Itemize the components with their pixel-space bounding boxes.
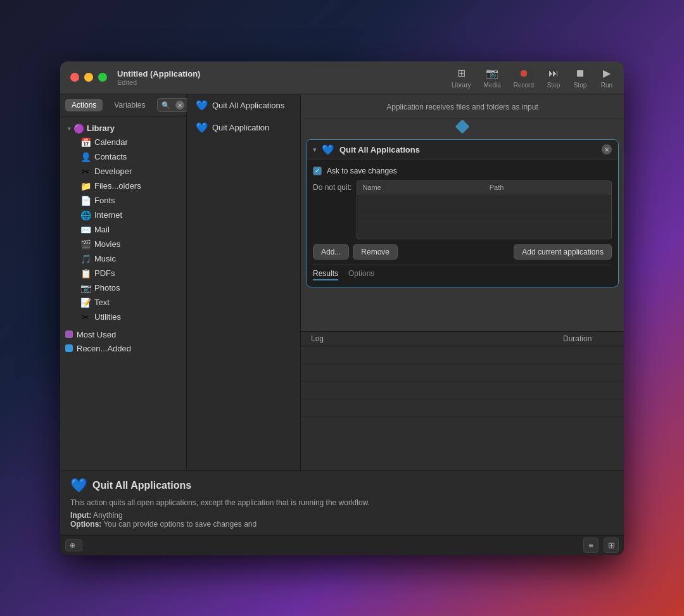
stop-label: Stop [574,82,587,89]
col-name: Name [357,181,484,194]
chevron-down-icon: ▾ [68,125,71,132]
sidebar-item-label: Files...olders [94,181,141,191]
sidebar-item-label: Text [94,298,110,307]
run-icon: ▶ [600,66,614,80]
run-label: Run [601,82,612,89]
card-title: Quit All Applications [339,145,597,154]
action-tabs: Results Options [313,265,612,280]
tab-variables[interactable]: Variables [108,99,151,111]
sidebar-item-most-used[interactable]: Most Used [60,328,186,341]
table-cell-path [484,194,611,208]
add-current-applications-button[interactable]: Add current applications [514,244,612,260]
traffic-lights [70,73,107,82]
internet-icon: 🌐 [80,210,91,220]
table-row [357,208,611,222]
sidebar-item-developer[interactable]: ✂ Developer [65,165,181,179]
window-subtitle: Edited [117,79,452,86]
ask-save-checkbox[interactable]: ✓ [313,167,322,175]
most-used-label: Most Used [77,330,116,339]
sidebar-item-music[interactable]: 🎵 Music [65,252,181,266]
sidebar-item-movies[interactable]: 🎬 Movies [65,237,181,251]
table-cell-name [357,208,484,222]
options-label: Options: [70,520,101,529]
utilities-icon: ✂ [80,312,91,322]
tab-options[interactable]: Options [348,269,374,280]
options-value: You can provide options to save changes … [103,520,256,529]
log-col-header: Log [311,334,563,343]
sidebar-item-utilities[interactable]: ✂ Utilities [65,310,181,324]
sidebar-toolbar: Actions Variables 🔍 ✕ [60,94,186,117]
quit-icon: 💙 [196,122,208,134]
add-button[interactable]: Add... [313,244,349,260]
card-close-button[interactable]: ✕ [602,144,612,154]
main-window: Untitled (Application) Edited ⊞ Library … [60,61,624,555]
table-body [357,194,611,239]
calendar-icon: 📅 [80,137,91,148]
titlebar: Untitled (Application) Edited ⊞ Library … [60,61,624,94]
toolbar-step[interactable]: ⏭ Step [547,66,560,89]
maximize-button[interactable] [98,73,107,82]
sidebar-item-label: Calendar [94,137,128,147]
record-icon: ⏺ [517,66,531,80]
tab-actions[interactable]: Actions [65,99,103,111]
media-label: Media [484,82,501,89]
plus-icon: ⊕ [70,541,75,550]
grid-view-button[interactable]: ⊞ [604,537,619,553]
library-section-label: Library [87,123,115,133]
files-icon: 📁 [80,181,91,191]
log-rows [301,346,624,470]
library-section-icon: 🟣 [73,123,84,134]
toolbar-library[interactable]: ⊞ Library [452,66,471,89]
sidebar-item-calendar[interactable]: 📅 Calendar [65,135,181,149]
dur-cell [573,405,624,410]
add-action-button[interactable]: ⊕ [65,539,82,551]
sidebar-item-internet[interactable]: 🌐 Internet [65,208,181,222]
fonts-icon: 📄 [80,196,91,206]
action-item-quit-all[interactable]: 💙 Quit All Applications [189,96,298,115]
pdfs-icon: 📋 [80,268,91,279]
info-panel-header: 💙 Quit All Applications [70,477,614,494]
action-item-quit[interactable]: 💙 Quit Application [189,118,298,137]
sidebar-item-contacts[interactable]: 👤 Contacts [65,150,181,164]
table-cell-path [484,222,611,236]
sidebar-library-section: ▾ 🟣 Library 📅 Calendar 👤 Contacts ✂ [60,120,186,327]
toolbar-record[interactable]: ⏺ Record [514,66,534,89]
toolbar-run[interactable]: ▶ Run [600,66,614,89]
sidebar-item-label: Contacts [94,152,127,161]
sidebar-item-pdfs[interactable]: 📋 PDFs [65,267,181,280]
mail-icon: ✉️ [80,225,91,235]
main-content: Actions Variables 🔍 ✕ ▾ 🟣 Library 📅 [60,94,624,470]
toolbar-media[interactable]: 📷 Media [484,66,501,89]
remove-button[interactable]: Remove [353,244,398,260]
sidebar-item-photos[interactable]: 📷 Photos [65,281,181,295]
window-title: Untitled (Application) [117,69,452,79]
col-path: Path [484,181,611,194]
record-label: Record [514,82,534,89]
sidebar-item-fonts[interactable]: 📄 Fonts [65,194,181,208]
table-cell-name [357,222,484,236]
card-chevron-icon[interactable]: ▾ [313,146,317,154]
sidebar-library-header[interactable]: ▾ 🟣 Library [65,122,181,135]
action-card-quit-all: ▾ 💙 Quit All Applications ✕ ✓ Ask to sav… [306,139,619,287]
do-not-quit-table: Name Path [357,180,612,239]
do-not-quit-label: Do not quit: [313,180,352,192]
info-title: Quit All Applications [92,480,191,491]
search-clear-button[interactable]: ✕ [175,101,184,110]
dur-cell [573,387,624,393]
library-label: Library [452,82,471,89]
minimize-button[interactable] [84,73,93,82]
sidebar-item-recently-added[interactable]: Recen...Added [60,342,186,355]
stop-icon: ⏹ [573,66,587,80]
close-button[interactable] [70,73,79,82]
toolbar-stop[interactable]: ⏹ Stop [573,66,587,89]
workflow-header-text: Application receives files and folders a… [386,103,538,111]
sidebar-item-mail[interactable]: ✉️ Mail [65,223,181,237]
sidebar-item-fonts-label: Fonts [94,196,115,205]
tab-results[interactable]: Results [313,269,338,280]
sidebar-item-label: PDFs [94,268,115,278]
sidebar-item-files[interactable]: 📁 Files...olders [65,179,181,193]
list-view-button[interactable]: ≡ [583,537,598,553]
sidebar-item-label: Utilities [94,312,121,322]
sidebar-item-text[interactable]: 📝 Text [65,296,181,310]
log-row [301,382,624,399]
